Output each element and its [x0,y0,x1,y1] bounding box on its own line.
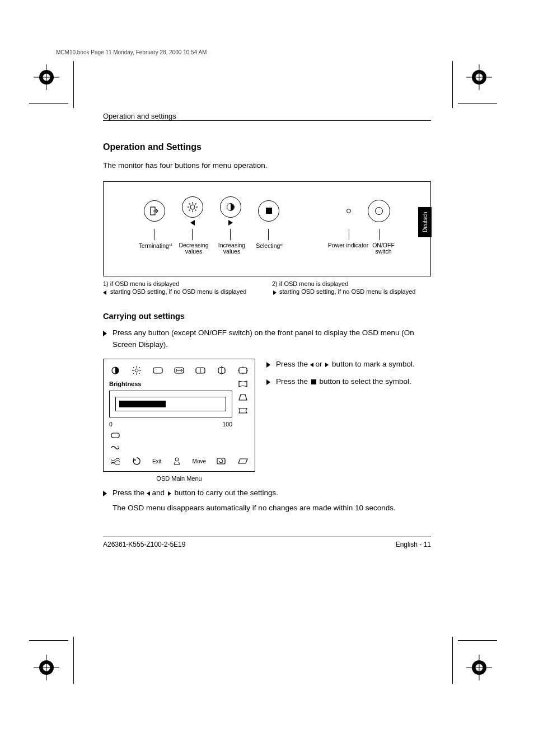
osd-move-label: Move [193,458,206,464]
footnote-1b: starting OSD setting, if no OSD menu is … [109,288,246,295]
svg-line-9 [195,203,196,204]
svg-rect-26 [111,433,119,438]
pincushion-icon [237,379,249,388]
triangle-right-icon [325,363,329,367]
footer-right: English - 11 [396,541,431,548]
select-icon [266,208,272,214]
contrast-button [220,196,241,218]
exit-button [144,200,165,222]
rotation-icon [215,457,227,466]
step-4-text: Press the and button to carry out the se… [113,487,396,514]
step-arrow-icon [266,379,270,385]
step-arrow-icon [266,362,270,368]
zoom-icon [237,366,249,375]
osd-caption: OSD Main Menu [103,475,255,482]
svg-line-17 [139,373,140,374]
footer-rule [103,537,431,537]
power-ring-icon [375,207,383,215]
label-exit: Terminating¹⁾ [134,242,177,249]
label-select: Selecting²⁾ [248,242,292,249]
svg-line-6 [189,203,190,204]
brightness-button [182,196,203,218]
rect-icon [109,431,121,440]
step-arrow-icon [103,331,107,336]
svg-line-18 [133,373,134,374]
step-1-text: Press any button (except ON/OFF switch) … [113,327,431,351]
brightness-icon [130,366,143,375]
footer-left: A26361-K555-Z100-2-5E19 [103,541,185,548]
osd-bar-max: 100 [222,421,232,428]
osd-exit-label: Exit [152,458,162,464]
svg-line-16 [133,367,134,368]
contrast-icon [109,366,121,375]
trapezoid-icon [237,393,249,402]
decrease-arrow-icon [190,220,195,226]
subsection-title: Carrying out settings [103,312,431,321]
running-head: MCM10.book Page 11 Monday, February 28, … [56,49,207,55]
header-left: Operation and settings [103,112,176,120]
svg-line-8 [189,209,190,210]
svg-point-11 [135,369,138,372]
footnote-2b: starting OSD setting, if no OSD menu is … [278,288,415,295]
contrast-icon [227,203,235,211]
triangle-right-icon [168,491,171,496]
label-decrease: Decreasing values [172,242,216,255]
osd-title: Brightness [109,381,232,387]
hpos-icon [173,366,185,375]
svg-point-1 [190,205,195,209]
footnote-1a: 1) if OSD menu is displayed [103,280,179,287]
triangle-right-icon [273,290,277,295]
select-button [258,200,279,222]
vsize-icon [194,366,207,375]
label-increase: Increasing values [210,242,254,255]
label-switch: ON/OFF switch [364,242,402,255]
colortemp-icon [171,457,183,466]
svg-point-27 [175,458,179,461]
step-2-text: Press the or button to mark a symbol. [276,359,415,370]
step-3-text: Press the button to select the symbol. [276,376,411,388]
intro-text: The monitor has four buttons for menu op… [103,160,431,171]
osd-bar-fill [119,401,166,407]
footnote-2a: 2) if OSD menu is displayed [272,280,348,287]
increase-arrow-icon [228,220,233,226]
svg-line-7 [195,209,196,210]
moire-icon [109,457,121,466]
header-rule [103,120,431,121]
parallelogram-icon [237,457,249,466]
power-switch [368,200,390,222]
svg-rect-25 [239,368,247,373]
step-arrow-icon [103,491,107,496]
osd-menu-figure: Brightness 0 100 [103,359,255,472]
power-led-icon [346,209,351,213]
osd-bar-min: 0 [109,421,113,428]
svg-rect-20 [153,368,162,373]
vpos-icon [216,366,228,375]
section-title: Operation and Settings [103,142,431,152]
hsize-icon [152,366,164,375]
pinbalance-icon [237,406,249,415]
select-square-icon [311,379,316,384]
degauss-icon [109,443,121,452]
control-panel-figure: Terminating¹⁾ Decreasing values Increasi… [103,181,431,276]
osd-bar-window [109,391,232,417]
triangle-left-icon [103,290,106,295]
recall-icon [130,457,143,466]
svg-line-19 [139,367,140,368]
